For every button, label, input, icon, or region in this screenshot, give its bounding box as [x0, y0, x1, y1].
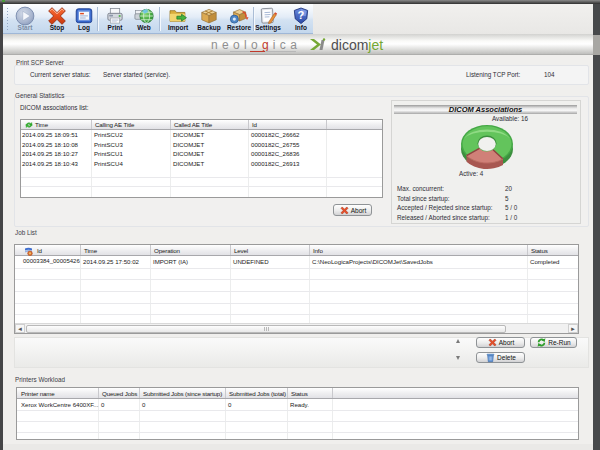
svg-text:?: ?	[298, 9, 305, 21]
